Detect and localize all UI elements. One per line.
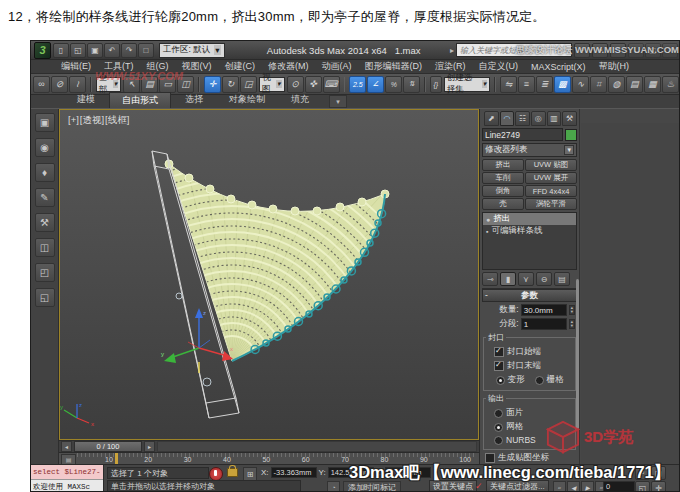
ribbon-tab[interactable]: 自由形式 (109, 92, 171, 108)
graphite-ribbon-icon[interactable]: ▩ (554, 76, 571, 93)
utilities-tab[interactable]: ⚒ (562, 111, 577, 126)
select-and-link-icon[interactable]: ∞ (33, 76, 50, 93)
go-start-icon[interactable]: « (553, 481, 566, 492)
hierarchy-tab[interactable]: ☷ (515, 111, 530, 126)
modifier-button[interactable]: 挤出 (482, 159, 524, 171)
menu-item[interactable]: MAXScript(X) (531, 62, 586, 72)
selection-filter-dropdown[interactable]: 全部▾ (96, 77, 122, 92)
schematic-view-icon[interactable]: ⌗ (590, 76, 607, 93)
app-logo-icon[interactable]: 3 (34, 42, 51, 59)
menu-item[interactable]: 编辑(E) (61, 60, 91, 73)
y-coordinate-field[interactable]: 142.515mm (328, 467, 374, 478)
open-file-icon[interactable]: ◱ (70, 43, 86, 58)
set-key-button[interactable]: 设置关键点 (429, 480, 477, 492)
play-icon[interactable]: ▶ (581, 481, 594, 492)
rendered-frame-icon[interactable]: ▦ (644, 76, 661, 93)
absolute-mode-icon[interactable]: ⊞ (243, 467, 257, 481)
spray-paint-icon[interactable]: ✎ (35, 188, 55, 207)
select-object-icon[interactable]: ↖ (123, 76, 140, 93)
cap-start-checkbox[interactable] (494, 347, 504, 357)
mesh-radio[interactable] (494, 423, 503, 432)
perspective-viewport[interactable]: [+] [透视] [线框] (59, 109, 479, 440)
modifier-button[interactable]: 倒角 (482, 185, 524, 197)
modify-tab[interactable]: ◠ (500, 111, 515, 126)
minimize-button[interactable]: – (628, 43, 644, 58)
object-name-field[interactable] (482, 128, 563, 141)
modifier-button[interactable]: UVW 贴图 (525, 159, 577, 171)
track-bar[interactable]: ▤ 102030405060708090100 (59, 452, 479, 464)
menu-item[interactable]: 动画(A) (322, 60, 352, 73)
restore-button[interactable]: ▢ (645, 43, 661, 58)
x-coordinate-field[interactable]: -33.363mm (271, 467, 317, 478)
cap-end-checkbox[interactable] (494, 361, 504, 371)
named-selection-dropdown[interactable]: 创建选择集▾ (444, 77, 491, 92)
menu-item[interactable]: 修改器(M) (268, 60, 309, 73)
modifier-button[interactable]: UVW 展开 (525, 172, 577, 184)
add-time-tag-button[interactable]: 添加时间标记 (343, 481, 401, 492)
segments-field[interactable]: 1 (521, 318, 567, 330)
zoom-extents-icon[interactable]: ▢ (651, 466, 666, 480)
ribbon-tab[interactable]: 对象绘制 (217, 92, 277, 108)
save-file-icon[interactable]: ▣ (87, 43, 103, 58)
select-and-move-icon[interactable]: ✛ (204, 76, 221, 93)
edit-named-selections-icon[interactable]: {} (430, 76, 442, 93)
box-arrow-out-icon[interactable]: ◰ (35, 263, 55, 282)
maxscript-mini-listener[interactable]: select $Line27- 欢迎使用 MAXSc (31, 465, 104, 492)
ribbon-tab[interactable]: 填充 (279, 92, 321, 108)
roof-spline-object[interactable] (60, 131, 439, 439)
align-icon[interactable]: ≡ (518, 76, 535, 93)
close-button[interactable]: ✕ (662, 43, 678, 58)
ribbon-tab[interactable]: 建模 (65, 92, 107, 108)
modifier-list-dropdown[interactable]: 修改器列表▾ (482, 143, 577, 157)
new-file-icon[interactable]: ▯ (53, 43, 69, 58)
viewport-general-menu[interactable]: [+] (68, 114, 79, 127)
patch-radio[interactable] (494, 409, 503, 418)
redo-icon[interactable]: ↷ (121, 43, 137, 58)
parameters-rollout-header[interactable]: -参数 (482, 289, 577, 302)
ribbon-tab[interactable]: 选择 (173, 92, 215, 108)
pin-stack-icon[interactable]: ⊸ (482, 272, 498, 286)
listener-script-line[interactable]: 欢迎使用 MAXSc (31, 480, 103, 492)
pan-hand-icon[interactable]: ✛ (651, 481, 666, 492)
gen-mapping-checkbox[interactable] (485, 453, 495, 463)
undo-icon[interactable]: ↶ (104, 43, 120, 58)
angle-snap-icon[interactable]: ∠ (367, 76, 384, 93)
project-folder-icon[interactable]: □ (138, 43, 154, 58)
previous-frame-icon[interactable]: ◂ (61, 441, 72, 452)
rectangular-selection-region-icon[interactable]: ▭ (159, 76, 176, 93)
snaps-toggle-icon[interactable]: 2.5 (349, 76, 366, 93)
window-crossing-icon[interactable]: ◫ (177, 76, 194, 93)
infocenter-icon[interactable]: S (610, 43, 626, 58)
menu-item[interactable]: 组(G) (147, 60, 169, 73)
monitor-layout-icon[interactable]: ▣ (35, 113, 55, 132)
configure-modifier-sets-icon[interactable]: ▤ (554, 272, 570, 286)
viewport-pov-menu[interactable]: [透视] (80, 114, 104, 127)
display-tab[interactable]: ▥ (547, 111, 562, 126)
spinner-snap-icon[interactable]: ⇅ (403, 76, 420, 93)
time-slider-track[interactable] (157, 441, 477, 452)
select-by-name-icon[interactable]: ▤ (141, 76, 158, 93)
use-pivot-center-icon[interactable]: ⊙ (287, 76, 304, 93)
remove-modifier-icon[interactable]: ⊖ (536, 272, 552, 286)
nurbs-radio[interactable] (494, 436, 503, 445)
current-frame-field[interactable]: 0 (603, 481, 635, 492)
sphere-brush-icon[interactable]: ◉ (35, 138, 55, 157)
layer-manager-icon[interactable]: ≣ (536, 76, 553, 93)
reference-coordinate-dropdown[interactable]: 视图▾ (259, 77, 285, 92)
search-input[interactable] (456, 43, 572, 57)
modifier-button[interactable]: 涡轮平滑 (525, 198, 577, 210)
viewport-shading-menu[interactable]: [线框] (105, 114, 129, 127)
shirt-cloth-icon[interactable]: ♦ (35, 163, 55, 182)
select-and-rotate-icon[interactable]: ↻ (222, 76, 239, 93)
modifier-editable-spline[interactable]: ▪可编辑样条线 (483, 225, 576, 237)
percent-snap-icon[interactable]: % (385, 76, 402, 93)
lock-selection-icon[interactable] (227, 468, 238, 477)
panel-scrollbar[interactable] (576, 279, 579, 429)
isolate-selection-icon[interactable] (209, 467, 223, 481)
show-end-result-icon[interactable]: ▮ (500, 272, 516, 286)
box-arrow-in-icon[interactable]: ◫ (35, 238, 55, 257)
mirror-icon[interactable]: ⇋ (500, 76, 517, 93)
zoom-region-icon[interactable]: ◱ (635, 481, 650, 492)
keyboard-override-icon[interactable]: ⌨ (323, 76, 340, 93)
modifier-button[interactable]: 车削 (482, 172, 524, 184)
